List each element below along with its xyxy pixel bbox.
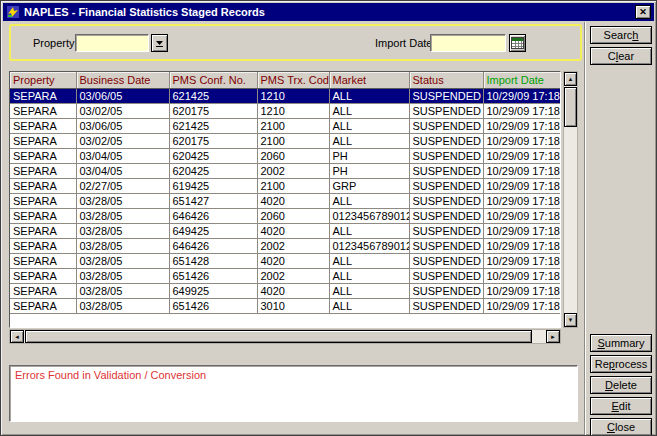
clear-button[interactable]: Clear [590, 47, 652, 65]
table-cell[interactable]: 10/29/09 17:18 [483, 283, 561, 298]
table-cell[interactable]: 10/29/09 17:18 [483, 223, 561, 238]
table-cell[interactable]: 4020 [257, 223, 329, 238]
table-cell[interactable]: ALL [329, 193, 409, 208]
table-cell[interactable]: 03/28/05 [76, 208, 169, 223]
table-cell[interactable]: 03/28/05 [76, 268, 169, 283]
table-cell[interactable]: 03/28/05 [76, 253, 169, 268]
table-cell[interactable]: 621425 [169, 118, 257, 133]
table-cell[interactable]: SEPARA [10, 268, 76, 283]
table-cell[interactable]: 619425 [169, 178, 257, 193]
table-cell[interactable]: SUSPENDED [409, 253, 483, 268]
table-cell[interactable]: 10/29/09 17:18 [483, 148, 561, 163]
table-row[interactable]: SEPARA03/02/056201752100ALLSUSPENDED10/2… [10, 133, 561, 148]
table-cell[interactable]: SUSPENDED [409, 133, 483, 148]
table-cell[interactable]: SEPARA [10, 238, 76, 253]
table-cell[interactable]: SEPARA [10, 283, 76, 298]
search-button[interactable]: Search [590, 26, 652, 44]
table-cell[interactable]: 10/29/09 17:18 [483, 88, 561, 103]
table-cell[interactable]: 10/29/09 17:18 [483, 208, 561, 223]
table-cell[interactable]: SUSPENDED [409, 178, 483, 193]
table-cell[interactable]: 2002 [257, 268, 329, 283]
table-cell[interactable]: 10/29/09 17:18 [483, 298, 561, 313]
horizontal-scroll-thumb[interactable] [25, 330, 532, 343]
table-cell[interactable]: 4020 [257, 253, 329, 268]
table-cell[interactable]: 649925 [169, 283, 257, 298]
table-cell[interactable]: SEPARA [10, 298, 76, 313]
scroll-left-arrow[interactable]: ◄ [10, 330, 24, 343]
table-cell[interactable]: SEPARA [10, 163, 76, 178]
table-cell[interactable]: SEPARA [10, 178, 76, 193]
table-row[interactable]: SEPARA03/04/056204252060PHSUSPENDED10/29… [10, 148, 561, 163]
close-button[interactable]: Close [590, 418, 652, 436]
table-row[interactable]: SEPARA03/04/056204252002PHSUSPENDED10/29… [10, 163, 561, 178]
table-cell[interactable]: SUSPENDED [409, 163, 483, 178]
table-cell[interactable]: SEPARA [10, 253, 76, 268]
table-cell[interactable]: SUSPENDED [409, 88, 483, 103]
table-cell[interactable]: 2060 [257, 208, 329, 223]
table-cell[interactable]: 03/28/05 [76, 193, 169, 208]
reprocess-button[interactable]: Reprocess [590, 355, 652, 373]
table-cell[interactable]: 10/29/09 17:18 [483, 103, 561, 118]
vertical-scrollbar[interactable]: ▲ ▼ [563, 71, 578, 328]
horizontal-scrollbar[interactable]: ◄ ► [9, 329, 561, 344]
table-cell[interactable]: SUSPENDED [409, 118, 483, 133]
close-window-button[interactable]: ✕ [635, 5, 651, 19]
table-cell[interactable]: SEPARA [10, 103, 76, 118]
table-row[interactable]: SEPARA03/28/05646426200201234567890123SU… [10, 238, 561, 253]
table-cell[interactable]: ALL [329, 283, 409, 298]
table-cell[interactable]: SUSPENDED [409, 193, 483, 208]
table-cell[interactable]: SUSPENDED [409, 298, 483, 313]
error-panel[interactable]: Errors Found in Validation / Conversion [9, 365, 578, 422]
table-cell[interactable]: 4020 [257, 283, 329, 298]
table-cell[interactable]: 10/29/09 17:18 [483, 178, 561, 193]
table-cell[interactable]: 03/28/05 [76, 238, 169, 253]
table-cell[interactable]: SEPARA [10, 208, 76, 223]
table-cell[interactable]: 2100 [257, 178, 329, 193]
table-cell[interactable]: 03/06/05 [76, 88, 169, 103]
property-dropdown-button[interactable] [151, 34, 168, 52]
table-row[interactable]: SEPARA03/28/056514284020ALLSUSPENDED10/2… [10, 253, 561, 268]
table-cell[interactable]: 4020 [257, 193, 329, 208]
app-icon[interactable] [6, 5, 20, 19]
edit-button[interactable]: Edit [590, 397, 652, 415]
vertical-scroll-thumb[interactable] [564, 87, 577, 127]
table-cell[interactable]: 1210 [257, 103, 329, 118]
delete-button[interactable]: Delete [590, 376, 652, 394]
table-cell[interactable]: 621425 [169, 88, 257, 103]
table-cell[interactable]: 10/29/09 17:18 [483, 253, 561, 268]
table-cell[interactable]: 646426 [169, 208, 257, 223]
table-cell[interactable]: SEPARA [10, 193, 76, 208]
table-cell[interactable]: 03/04/05 [76, 163, 169, 178]
table-cell[interactable]: 10/29/09 17:18 [483, 238, 561, 253]
table-cell[interactable]: 03/04/05 [76, 148, 169, 163]
table-cell[interactable]: 2100 [257, 118, 329, 133]
summary-button[interactable]: Summary [590, 334, 652, 352]
table-row[interactable]: SEPARA03/02/056201751210ALLSUSPENDED10/2… [10, 103, 561, 118]
table-cell[interactable]: 651427 [169, 193, 257, 208]
table-cell[interactable]: PH [329, 148, 409, 163]
table-cell[interactable]: 10/29/09 17:18 [483, 268, 561, 283]
table-cell[interactable]: 03/02/05 [76, 133, 169, 148]
table-cell[interactable]: 10/29/09 17:18 [483, 133, 561, 148]
table-cell[interactable]: ALL [329, 268, 409, 283]
table-cell[interactable]: 1210 [257, 88, 329, 103]
table-cell[interactable]: 2100 [257, 133, 329, 148]
table-cell[interactable]: ALL [329, 103, 409, 118]
table-cell[interactable]: 620175 [169, 103, 257, 118]
table-cell[interactable]: SEPARA [10, 133, 76, 148]
table-cell[interactable]: 03/28/05 [76, 298, 169, 313]
table-row[interactable]: SEPARA03/28/05646426206001234567890123SU… [10, 208, 561, 223]
table-cell[interactable]: 620425 [169, 148, 257, 163]
table-cell[interactable]: 10/29/09 17:18 [483, 118, 561, 133]
table-cell[interactable]: 649425 [169, 223, 257, 238]
table-cell[interactable]: 651426 [169, 298, 257, 313]
table-cell[interactable]: ALL [329, 253, 409, 268]
table-cell[interactable]: 2060 [257, 148, 329, 163]
table-row[interactable]: SEPARA03/28/056514262002ALLSUSPENDED10/2… [10, 268, 561, 283]
table-row[interactable]: SEPARA03/28/056514263010ALLSUSPENDED10/2… [10, 298, 561, 313]
title-bar[interactable]: NAPLES - Financial Statistics Staged Rec… [3, 3, 654, 21]
table-cell[interactable]: 2002 [257, 238, 329, 253]
property-input[interactable] [75, 34, 149, 52]
scroll-up-arrow[interactable]: ▲ [564, 72, 577, 86]
table-cell[interactable]: 02/27/05 [76, 178, 169, 193]
